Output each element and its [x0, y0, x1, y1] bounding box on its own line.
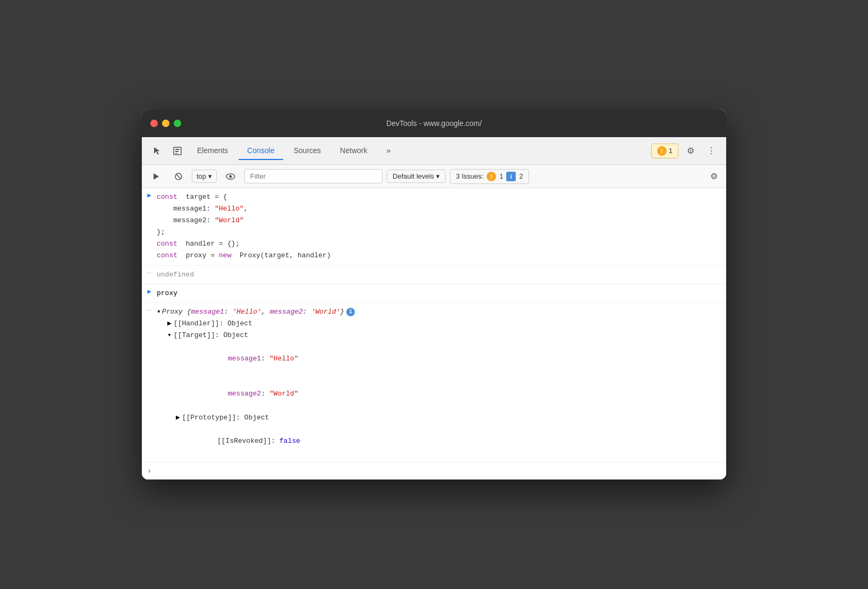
run-script-button[interactable]: [147, 169, 165, 184]
window-title: DevTools - www.google.com/: [386, 119, 482, 128]
tab-console[interactable]: Console: [239, 142, 283, 160]
back-arrow-gutter: ←: [142, 267, 157, 279]
issues-button[interactable]: 3 Issues: ! 1 i 2: [450, 169, 529, 184]
dropdown-arrow-icon: ▾: [208, 172, 212, 180]
inspect-icon: [173, 146, 182, 156]
maximize-button[interactable]: [174, 120, 181, 127]
clear-console-button[interactable]: [169, 169, 188, 184]
issues-count: 1: [669, 147, 673, 155]
code-block-1: const target = { message1: "Hello", mess…: [157, 189, 722, 264]
target-collapse-icon[interactable]: ▾: [167, 330, 172, 341]
proxy-expand-icon[interactable]: ▶: [147, 287, 151, 297]
svg-marker-4: [154, 173, 159, 180]
window-controls: [150, 120, 181, 127]
proxy-info-icon[interactable]: i: [346, 308, 355, 316]
play-icon: [152, 172, 160, 181]
issues-info-count: 2: [519, 172, 523, 180]
proxy-output-line: ← ▾ Proxy {message1: 'Hello', message2: …: [142, 303, 726, 462]
eye-icon: [226, 173, 235, 180]
levels-label: Default levels: [393, 172, 434, 180]
levels-arrow-icon: ▾: [436, 172, 440, 180]
prototype-expand-icon[interactable]: ▶: [176, 412, 180, 424]
proxy-input-code: proxy: [157, 285, 722, 301]
proxy-output-block: ▾ Proxy {message1: 'Hello', message2: 'W…: [157, 304, 722, 461]
svg-rect-2: [175, 151, 178, 152]
console-output: ▶ const target = { message1: "Hello", me…: [142, 188, 726, 479]
minimize-button[interactable]: [162, 120, 169, 127]
console-input-line[interactable]: ›: [142, 462, 726, 479]
devtools-window: DevTools - www.google.com/ Elements Cons…: [142, 110, 726, 479]
expand-arrow-gutter[interactable]: ▶: [142, 189, 157, 201]
context-label: top: [197, 172, 206, 180]
console-toolbar: top ▾ Default levels ▾ 3 Issues: ! 1 i 2…: [142, 165, 726, 188]
main-toolbar: Elements Console Sources Network » ! 1 ⚙…: [142, 137, 726, 165]
proxy-expand-triangle[interactable]: ▾: [157, 306, 161, 318]
proxy-collapse-gutter[interactable]: ←: [142, 304, 157, 316]
console-input[interactable]: [157, 467, 726, 475]
console-settings-button[interactable]: ⚙: [707, 169, 721, 183]
warn-icon: !: [657, 146, 667, 156]
ban-icon: [174, 172, 183, 181]
issues-warn-count: 1: [499, 172, 503, 180]
proxy-input-line: ▶ proxy: [142, 284, 726, 303]
svg-line-6: [176, 174, 181, 179]
tab-sources[interactable]: Sources: [285, 142, 329, 160]
filter-input[interactable]: [244, 169, 382, 183]
more-button[interactable]: ⋮: [703, 142, 720, 159]
issues-info-badge: i: [506, 172, 516, 181]
issues-badge-button[interactable]: ! 1: [651, 144, 678, 158]
titlebar: DevTools - www.google.com/: [142, 110, 726, 137]
back-arrow-icon: ←: [147, 268, 151, 279]
proxy-back-icon: ←: [147, 306, 151, 316]
undefined-result-line: ← undefined: [142, 266, 726, 284]
svg-rect-3: [175, 153, 177, 154]
svg-rect-1: [175, 149, 180, 150]
close-button[interactable]: [150, 120, 158, 127]
tab-network[interactable]: Network: [331, 142, 376, 160]
code-input-block: ▶ const target = { message1: "Hello", me…: [142, 188, 726, 266]
levels-dropdown[interactable]: Default levels ▾: [387, 170, 446, 183]
tab-elements[interactable]: Elements: [189, 142, 236, 160]
settings-button[interactable]: ⚙: [683, 142, 699, 159]
proxy-expand-gutter[interactable]: ▶: [142, 285, 157, 297]
eye-icon-button[interactable]: [221, 170, 240, 183]
toolbar-right-section: ! 1 ⚙ ⋮: [651, 142, 720, 159]
tab-more[interactable]: »: [378, 142, 399, 160]
issues-warn-badge: !: [487, 172, 496, 181]
inspect-icon-button[interactable]: [168, 143, 186, 159]
expand-icon[interactable]: ▶: [147, 191, 151, 201]
context-selector[interactable]: top ▾: [192, 170, 217, 183]
cursor-icon-button[interactable]: [148, 143, 166, 159]
issues-text: 3 Issues:: [456, 172, 483, 180]
handler-expand-icon[interactable]: ▶: [167, 318, 172, 330]
undefined-result: undefined: [157, 267, 722, 283]
cursor-icon: [152, 146, 162, 156]
prompt-symbol: ›: [142, 465, 157, 477]
svg-point-8: [229, 175, 232, 178]
